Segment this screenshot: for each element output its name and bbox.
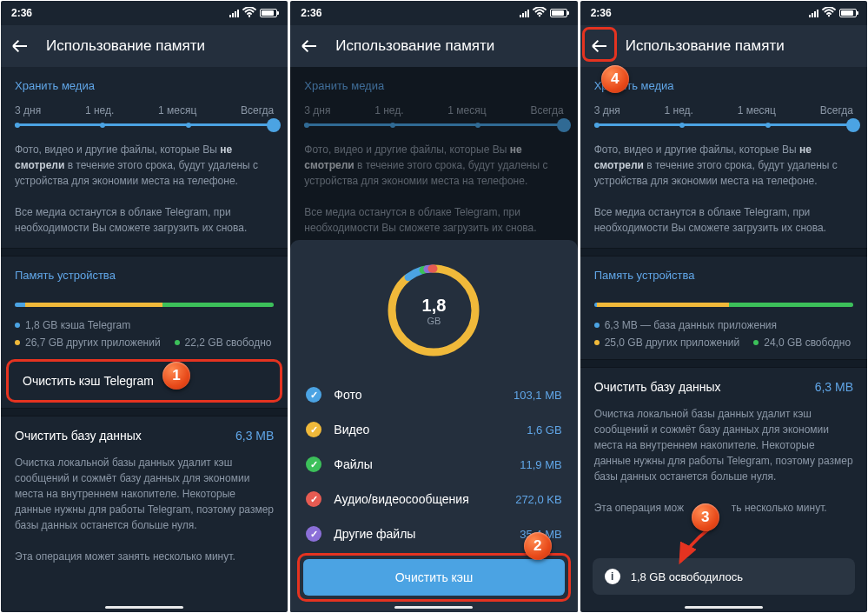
clear-cache-button[interactable]: Очистить кэш Telegram (9, 362, 280, 400)
slider-labels: 3 дня 1 нед. 1 месяц Всегда (15, 104, 274, 117)
screen-3: 2:36 Использование памяти 4 Хранить меди… (580, 1, 867, 612)
screen-2: 2:36 Использование памяти Хранить медиа … (290, 1, 577, 612)
category-label: Видео (334, 423, 514, 436)
info-icon: i (605, 569, 620, 584)
battery-icon (260, 9, 277, 17)
arrow-left-icon (593, 45, 606, 47)
cache-category-row[interactable]: Видео 1,6 GB (290, 412, 577, 447)
keep-media-slider[interactable] (15, 123, 274, 126)
callout-1: 1 (162, 362, 190, 390)
header: Использование памяти (1, 25, 288, 67)
wifi-icon (533, 7, 547, 20)
storage-bar (15, 303, 274, 307)
statusbar: 2:36 (1, 1, 288, 25)
back-button[interactable] (10, 36, 30, 57)
category-size: 272,0 KB (515, 493, 562, 506)
battery-icon (839, 9, 857, 17)
clock: 2:36 (11, 7, 32, 19)
svg-point-1 (538, 14, 540, 16)
category-label: Фото (334, 388, 501, 402)
category-size: 1,6 GB (527, 423, 561, 436)
page-title: Использование памяти (626, 37, 785, 55)
battery-icon (550, 9, 567, 17)
section-title: Память устройства (15, 269, 274, 282)
db-desc: Очистка локальной базы данных удалит кэш… (580, 406, 867, 528)
back-button[interactable] (299, 36, 320, 57)
media-desc: Фото, видео и другие файлы, которые Вы н… (1, 142, 288, 248)
checkbox-icon[interactable] (306, 491, 321, 507)
page-title: Использование памяти (335, 37, 494, 55)
header: Использование памяти (290, 25, 577, 67)
statusbar: 2:36 (290, 1, 577, 25)
signal-icon (809, 9, 818, 17)
home-indicator[interactable] (394, 606, 473, 609)
statusbar: 2:36 (580, 1, 867, 25)
section-title: Хранить медиа (15, 79, 274, 92)
category-size: 11,9 MB (520, 458, 561, 471)
callout-3: 3 (692, 503, 719, 531)
status-icons (229, 7, 277, 20)
highlight-clear-cache: Очистить кэш Telegram (6, 359, 282, 403)
wifi-icon (822, 7, 836, 20)
arrow-left-icon (13, 45, 27, 47)
callout-2: 2 (524, 532, 552, 560)
status-icons (520, 7, 567, 20)
screen-1: 2:36 Использование памяти Хранить медиа … (1, 1, 288, 612)
callout-4: 4 (601, 65, 629, 93)
header: Использование памяти (580, 25, 867, 67)
clear-db-button[interactable]: Очистить базу данных 6,3 MB (1, 416, 288, 455)
cache-category-row[interactable]: Фото 103,1 MB (290, 377, 577, 412)
page-title: Использование памяти (46, 37, 205, 55)
wifi-icon (242, 7, 256, 20)
cache-category-row[interactable]: Аудио/видеосообщения 272,0 KB (290, 482, 577, 516)
category-label: Другие файлы (334, 527, 507, 541)
media-section: Хранить медиа 3 дня 1 нед. 1 месяц Всегд… (1, 67, 288, 142)
cache-category-row[interactable]: Файлы 11,9 MB (290, 447, 577, 482)
arrow-left-icon (302, 45, 316, 47)
back-button[interactable] (589, 36, 610, 57)
signal-icon (229, 9, 239, 17)
home-indicator[interactable] (685, 606, 763, 609)
svg-point-7 (828, 14, 830, 16)
storage-bar (594, 303, 853, 307)
storage-donut: 1,8GB (382, 259, 485, 362)
storage-section: Память устройства (1, 257, 288, 297)
home-indicator[interactable] (105, 606, 183, 609)
cache-modal: 1,8GB Фото 103,1 MB Видео 1,6 GB Файлы 1… (290, 240, 577, 612)
db-desc: Очистка локальной базы данных удалит кэш… (1, 455, 288, 576)
clock: 2:36 (301, 7, 321, 19)
category-label: Файлы (334, 457, 507, 471)
category-size: 103,1 MB (514, 389, 562, 402)
clear-cache-confirm-button[interactable]: Очистить кэш (303, 559, 564, 596)
toast-freed: i 1,8 GB освободилось (593, 558, 855, 595)
keep-media-slider[interactable] (594, 123, 853, 126)
checkbox-icon[interactable] (306, 456, 321, 472)
category-label: Аудио/видеосообщения (334, 492, 503, 506)
clear-db-button[interactable]: Очистить базу данных 6,3 MB (580, 368, 867, 406)
checkbox-icon[interactable] (306, 387, 321, 403)
checkbox-icon[interactable] (306, 526, 321, 542)
clock: 2:36 (591, 7, 612, 19)
storage-legend: 1,8 GB кэша Telegram 26,7 GB других прил… (1, 319, 288, 359)
svg-point-0 (248, 14, 250, 16)
checkbox-icon[interactable] (306, 422, 321, 437)
signal-icon (520, 9, 529, 17)
